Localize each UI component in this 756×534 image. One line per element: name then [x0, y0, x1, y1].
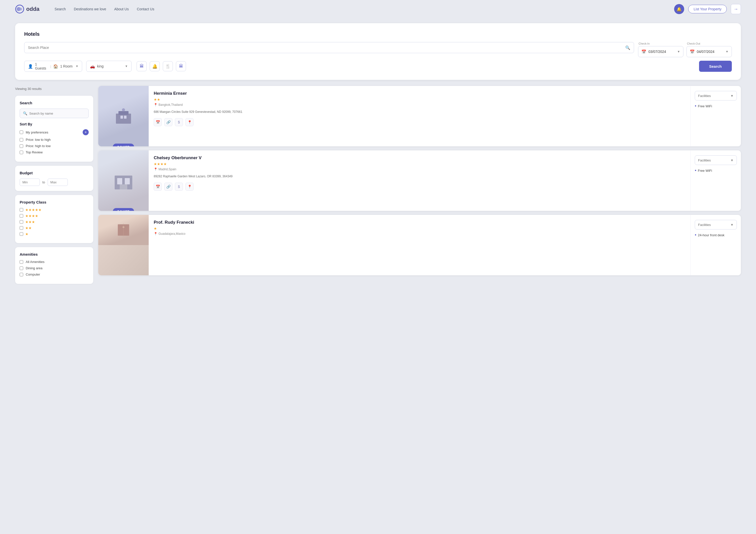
search-place-icon[interactable]: 🔍: [625, 45, 630, 50]
checkout-label: Check-Out: [687, 42, 732, 45]
hotel-amenity-location-1[interactable]: 📍: [185, 183, 194, 191]
svg-rect-4: [119, 111, 128, 115]
search-section-title: Search: [20, 101, 89, 105]
sort-check-1[interactable]: [20, 138, 23, 141]
facilities-chevron-1: ▼: [730, 159, 734, 162]
hotel-amenity-dollar-0[interactable]: $: [175, 118, 183, 126]
amenity-check-2[interactable]: [20, 273, 23, 276]
budget-to-text: to: [42, 180, 45, 184]
sort-option-3: Top Review: [20, 150, 89, 154]
search-place-input[interactable]: [28, 46, 625, 50]
star-check-3[interactable]: [20, 220, 23, 224]
hotel-amenity-wifi-0[interactable]: 🔗: [164, 118, 172, 126]
facility-item-1-0: Free WiFi: [695, 168, 737, 173]
nav-about[interactable]: About Us: [114, 7, 129, 11]
checkin-chevron-icon: ▼: [677, 50, 680, 53]
hotel-amenity-calendar-1[interactable]: 📅: [154, 183, 162, 191]
checkout-field: Check-Out 📅 04/07/2024 ▼: [687, 42, 732, 57]
amenity-bank-icon[interactable]: 🏛: [137, 61, 147, 71]
star-row-3: ★★★: [20, 220, 89, 224]
hotel-amenity-icons-1: 📅 🔗 $ 📍: [154, 183, 686, 191]
checkin-value: 03/07/2024: [648, 50, 675, 54]
hotel-name-0: Herminia Ernser: [154, 91, 686, 96]
hotel-img-placeholder-2: [116, 222, 131, 238]
checkin-field: Check-In 📅 03/07/2024 ▼: [638, 42, 684, 57]
rooms-value: 1 Room: [60, 64, 73, 68]
nav-destinations[interactable]: Destinations we love: [74, 7, 106, 11]
sort-option-2: Price: high to low: [20, 144, 89, 148]
sort-add-button[interactable]: +: [83, 129, 89, 135]
hotel-info-2: Prof. Rudy Franecki ★ 📍 Guadalajara,Maxi…: [149, 215, 690, 275]
search-card: Hotels 🔍 Check-In 📅 03/07/2024 ▼ Check-O…: [15, 23, 741, 80]
amenity-building-icon[interactable]: 🏛: [176, 61, 186, 71]
search-button[interactable]: Search: [699, 61, 732, 72]
star-check-4[interactable]: [20, 214, 23, 217]
car-value: king: [97, 64, 123, 68]
hotel-amenity-calendar-0[interactable]: 📅: [154, 118, 162, 126]
star-check-5[interactable]: [20, 208, 23, 212]
search-name-wrapper: 🔍: [20, 109, 89, 118]
nav-search[interactable]: Search: [55, 7, 66, 11]
budget-min-input[interactable]: [20, 179, 40, 186]
nav-links: Search Destinations we love About Us Con…: [55, 7, 664, 11]
hotel-amenity-location-0[interactable]: 📍: [185, 118, 194, 126]
checkout-select[interactable]: 📅 04/07/2024 ▼: [687, 46, 732, 57]
search-place-wrapper: 🔍: [24, 42, 634, 53]
hotel-location-0: 📍 Bangkok,Thailand: [154, 103, 686, 107]
facilities-select-2[interactable]: Facilities ▼: [695, 220, 737, 229]
budget-max-input[interactable]: [48, 179, 68, 186]
amenity-label-2: Computer: [26, 272, 40, 276]
signin-button[interactable]: →: [731, 4, 741, 14]
checkout-value: 04/07/2024: [697, 50, 723, 54]
checkin-select[interactable]: 📅 03/07/2024 ▼: [638, 46, 684, 57]
date-group: Check-In 📅 03/07/2024 ▼ Check-Out 📅 04/0…: [638, 42, 732, 57]
results-area: Viewing 30 results Search 🔍 Sort By My p…: [15, 86, 741, 284]
sidebar: Viewing 30 results Search 🔍 Sort By My p…: [15, 86, 93, 284]
list-property-button[interactable]: List Your Property: [688, 5, 727, 13]
sort-by-section: Sort By My preferences + Price: low to h…: [20, 122, 89, 154]
location-pin-icon-1: 📍: [154, 167, 157, 171]
guests-chevron-icon: ▼: [75, 64, 78, 68]
sort-check-0[interactable]: [20, 131, 23, 134]
svg-rect-3: [116, 114, 131, 124]
hotel-card-0[interactable]: $ 0 USD Herminia Ernser ★★ 📍 Bangkok,Tha…: [98, 86, 741, 146]
sort-check-3[interactable]: [20, 151, 23, 154]
amenity-check-1[interactable]: [20, 267, 23, 270]
facilities-label-0: Facilities: [698, 94, 711, 98]
star-check-2[interactable]: [20, 226, 23, 230]
car-select[interactable]: 🚗 king ▼: [86, 61, 132, 72]
guests-select[interactable]: 👤 1 Guests | 🏠 1 Room ▼: [24, 61, 82, 72]
hotel-amenity-dollar-1[interactable]: $: [175, 183, 183, 191]
hotel-name-2: Prof. Rudy Franecki: [154, 220, 686, 225]
svg-rect-9: [117, 178, 122, 184]
search-card-title: Hotels: [24, 31, 732, 37]
amenity-bell-icon[interactable]: 🔔: [150, 61, 160, 71]
logo-text: odda: [26, 6, 40, 13]
nav-contact[interactable]: Contact Us: [137, 7, 154, 11]
svg-point-5: [122, 108, 125, 111]
facility-item-2-0: 24-hour front desk: [695, 233, 737, 238]
amenity-check-0[interactable]: [20, 260, 23, 264]
budget-title: Budget: [20, 171, 89, 175]
sort-option-1: Price: low to high: [20, 138, 89, 141]
sort-check-2[interactable]: [20, 144, 23, 148]
amenities-section: Amenities All Amenities Dining area Comp…: [15, 247, 93, 284]
logo-area[interactable]: odda: [15, 5, 40, 13]
sort-option-0: My preferences +: [20, 129, 89, 135]
hotel-amenity-wifi-1[interactable]: 🔗: [164, 183, 172, 191]
facilities-select-1[interactable]: Facilities ▼: [695, 155, 737, 165]
amenity-dining-icon[interactable]: 🍴: [163, 61, 173, 71]
search-name-input[interactable]: [29, 112, 85, 115]
notification-button[interactable]: 🔔: [674, 4, 684, 14]
search-name-section: Search 🔍 Sort By My preferences +: [15, 96, 93, 162]
budget-inputs: to: [20, 179, 89, 186]
star-check-1[interactable]: [20, 232, 23, 236]
hotel-facilities-2: Facilities ▼ 24-hour front desk: [690, 215, 741, 275]
svg-rect-11: [120, 184, 127, 190]
hotel-card-2[interactable]: Prof. Rudy Franecki ★ 📍 Guadalajara,Maxi…: [98, 215, 741, 275]
hotel-facilities-1: Facilities ▼ Free WiFi: [690, 150, 741, 211]
hotel-img-placeholder-0: [113, 106, 134, 126]
hotel-card-1[interactable]: $ 0 USD Chelsey Oberbrunner V ★★★★ 📍 Mad…: [98, 150, 741, 211]
facilities-select-0[interactable]: Facilities ▼: [695, 91, 737, 100]
guests-value: 1 Guests: [35, 62, 48, 70]
